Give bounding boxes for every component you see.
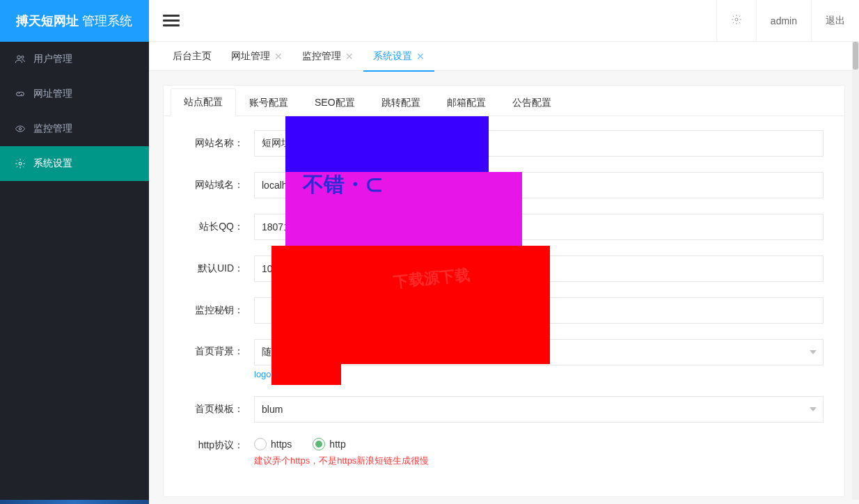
sidebar-item-label: 网址管理 — [33, 88, 72, 100]
link-icon — [14, 88, 26, 100]
tab-label: 后台主页 — [173, 50, 212, 63]
row-site-name: 网站名称： — [184, 130, 823, 157]
svg-point-3 — [19, 162, 22, 165]
row-template: 首页模板： — [184, 396, 823, 423]
tab-label: 系统设置 — [373, 50, 412, 63]
chevron-down-icon — [810, 350, 817, 354]
sidebar-item-label: 用户管理 — [33, 53, 72, 65]
main: admin 退出 后台主页 网址管理 ✕ 监控管理 ✕ 系统设置 ✕ — [149, 0, 859, 504]
sidebar-item-settings[interactable]: 系统设置 — [0, 146, 149, 181]
gear-icon — [731, 14, 742, 27]
subtab-bar: 站点配置 账号配置 SEO配置 跳转配置 邮箱配置 公告配置 — [164, 86, 844, 116]
users-icon — [14, 53, 26, 65]
svg-point-4 — [735, 18, 738, 21]
tab-label: 监控管理 — [302, 50, 341, 63]
tab-monitor[interactable]: 监控管理 ✕ — [292, 42, 363, 71]
svg-point-1 — [22, 56, 24, 58]
logo: 搏天短网址 管理系统 — [0, 0, 149, 42]
menu-toggle-icon[interactable] — [163, 13, 180, 29]
sidebar-item-label: 监控管理 — [33, 123, 72, 135]
content: 站点配置 账号配置 SEO配置 跳转配置 邮箱配置 公告配置 网站名称： 网站域… — [149, 71, 859, 504]
header-user[interactable]: admin — [756, 0, 811, 41]
svg-point-0 — [17, 56, 21, 59]
row-http: http协议： https http — [184, 438, 823, 467]
svg-point-2 — [19, 127, 21, 129]
tab-urls[interactable]: 网址管理 ✕ — [221, 42, 292, 71]
radio-label: http — [329, 439, 345, 450]
close-icon[interactable]: ✕ — [274, 52, 283, 61]
subtab-seo[interactable]: SEO配置 — [301, 89, 368, 116]
tab-bar: 后台主页 网址管理 ✕ 监控管理 ✕ 系统设置 ✕ — [149, 42, 859, 71]
tab-label: 网址管理 — [231, 50, 270, 63]
subtab-mail[interactable]: 邮箱配置 — [434, 89, 499, 116]
subtab-site[interactable]: 站点配置 — [171, 88, 236, 116]
label-template: 首页模板： — [184, 403, 254, 416]
header-right: admin 退出 — [716, 0, 859, 41]
settings-card: 站点配置 账号配置 SEO配置 跳转配置 邮箱配置 公告配置 网站名称： 网站域… — [163, 85, 845, 497]
label-domain: 网站域名： — [184, 179, 254, 191]
label-http: http协议： — [184, 438, 254, 452]
radio-https[interactable]: https — [254, 438, 292, 450]
scrollbar-thumb[interactable] — [853, 42, 858, 70]
sidebar-item-urls[interactable]: 网址管理 — [0, 77, 149, 111]
logo-bold: 搏天短网址 — [16, 14, 79, 28]
site-config-form: 网站名称： 网站域名： 站长QQ： 默认UID： — [164, 116, 844, 496]
tab-home[interactable]: 后台主页 — [163, 42, 221, 71]
scrollbar[interactable] — [852, 42, 859, 500]
subtab-account[interactable]: 账号配置 — [236, 89, 301, 116]
header-settings-button[interactable] — [716, 0, 756, 41]
sidebar-item-monitor[interactable]: 监控管理 — [0, 111, 149, 146]
sidebar: 搏天短网址 管理系统 用户管理 网址管理 监控管理 系统设置 — [0, 0, 149, 504]
annotation-text: 不错・⊂ — [303, 171, 383, 199]
logout-button[interactable]: 退出 — [811, 0, 859, 41]
template-select[interactable] — [254, 396, 823, 423]
header: admin 退出 — [149, 0, 859, 42]
label-uid: 默认UID： — [184, 262, 254, 275]
label-secret: 监控秘钥： — [184, 304, 254, 317]
close-icon[interactable]: ✕ — [345, 52, 354, 61]
label-qq: 站长QQ： — [184, 221, 254, 233]
app-root: 搏天短网址 管理系统 用户管理 网址管理 监控管理 系统设置 admin — [0, 0, 859, 504]
tab-settings[interactable]: 系统设置 ✕ — [363, 42, 434, 71]
censor-block — [271, 246, 550, 364]
label-site-name: 网站名称： — [184, 137, 254, 150]
http-hint: 建议弄个https，不是https新浪短链生成很慢 — [254, 455, 823, 467]
label-bg: 首页背景： — [184, 339, 254, 358]
sidebar-item-label: 系统设置 — [33, 157, 72, 170]
censor-block — [271, 364, 341, 385]
radio-icon — [313, 438, 325, 450]
gear-icon — [14, 157, 26, 170]
radio-label: https — [271, 439, 292, 450]
close-icon[interactable]: ✕ — [416, 52, 425, 61]
eye-icon — [14, 123, 26, 135]
sidebar-item-users[interactable]: 用户管理 — [0, 42, 149, 77]
radio-icon — [254, 438, 267, 450]
radio-http[interactable]: http — [313, 438, 345, 450]
logo-rest: 管理系统 — [79, 14, 132, 28]
censor-block — [285, 116, 489, 172]
template-select-input[interactable] — [254, 396, 823, 423]
chevron-down-icon — [810, 407, 817, 411]
subtab-notice[interactable]: 公告配置 — [499, 89, 565, 116]
subtab-redirect[interactable]: 跳转配置 — [368, 89, 434, 116]
decorative-glow — [0, 500, 149, 504]
http-radio-group: https http — [254, 438, 823, 450]
